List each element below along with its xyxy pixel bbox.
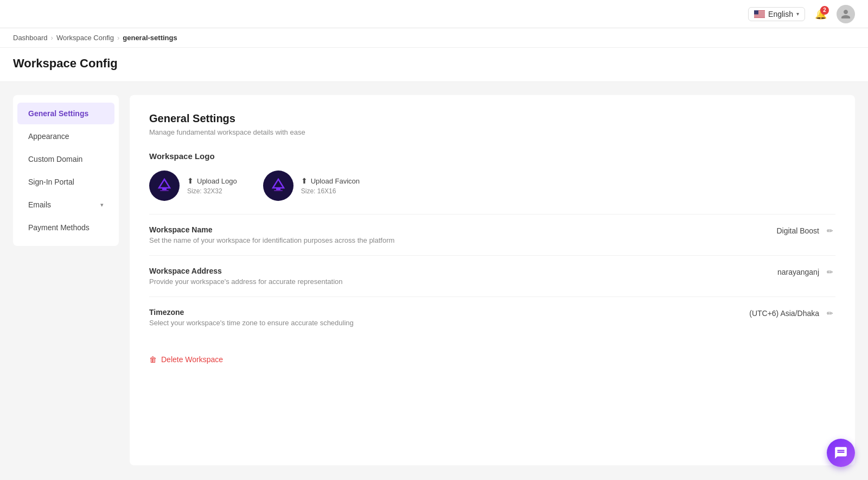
sidebar-item-sign-in-portal[interactable]: Sign-In Portal bbox=[17, 171, 114, 193]
language-selector[interactable]: English ▾ bbox=[748, 7, 805, 21]
setting-info-timezone: Timezone Select your workspace's time zo… bbox=[149, 308, 529, 327]
sidebar-label-appearance: Appearance bbox=[28, 132, 69, 141]
sidebar-label-emails: Emails bbox=[28, 200, 51, 209]
workspace-logo-section: Workspace Logo ⬆ bbox=[149, 151, 835, 201]
upload-favicon-label: Upload Favicon bbox=[311, 177, 360, 185]
svg-rect-11 bbox=[160, 190, 169, 191]
edit-workspace-address-button[interactable]: ✏ bbox=[825, 267, 835, 277]
setting-info-address: Workspace Address Provide your workspace… bbox=[149, 267, 529, 286]
logo-image bbox=[155, 176, 174, 195]
svg-rect-4 bbox=[754, 14, 765, 15]
favicon-upload-info: ⬆ Upload Favicon Size: 16X16 bbox=[301, 176, 360, 195]
svg-rect-15 bbox=[274, 190, 283, 191]
language-label: English bbox=[768, 10, 793, 18]
breadcrumb: Dashboard › Workspace Config › general-s… bbox=[0, 28, 868, 48]
user-avatar[interactable] bbox=[837, 5, 855, 23]
topbar: English ▾ 🔔 2 bbox=[0, 0, 868, 28]
upload-logo-icon: ⬆ bbox=[187, 176, 194, 185]
logo-row: ⬆ Upload Logo Size: 32X32 bbox=[149, 170, 835, 201]
breadcrumb-current: general-settings bbox=[123, 34, 177, 42]
upload-logo-button[interactable]: ⬆ Upload Logo bbox=[187, 176, 237, 185]
content-area: General Settings Manage fundamental work… bbox=[130, 95, 855, 465]
logo-upload-item: ⬆ Upload Logo Size: 32X32 bbox=[149, 170, 237, 201]
chevron-down-emails-icon: ▾ bbox=[100, 201, 104, 209]
sidebar-item-payment-methods[interactable]: Payment Methods bbox=[17, 217, 114, 238]
sidebar-item-emails[interactable]: Emails ▾ bbox=[17, 194, 114, 216]
setting-row-timezone: Timezone Select your workspace's time zo… bbox=[149, 296, 835, 338]
setting-timezone-desc: Select your workspace's time zone to ens… bbox=[149, 319, 529, 327]
flag-icon bbox=[754, 10, 765, 18]
setting-value-area-name: Digital Boost ✏ bbox=[776, 225, 835, 236]
logo-section-title: Workspace Logo bbox=[149, 151, 835, 161]
favicon-image bbox=[269, 176, 288, 195]
logo-upload-info: ⬆ Upload Logo Size: 32X32 bbox=[187, 176, 237, 195]
chat-bubble-button[interactable] bbox=[827, 439, 855, 467]
logo-size-label: Size: 32X32 bbox=[187, 187, 237, 195]
setting-info-name: Workspace Name Set the name of your work… bbox=[149, 225, 529, 244]
content-subtitle: Manage fundamental workspace details wit… bbox=[149, 128, 835, 136]
trash-icon: 🗑 bbox=[149, 355, 157, 364]
setting-value-area-timezone: (UTC+6) Asia/Dhaka ✏ bbox=[749, 308, 835, 319]
page-title-area: Workspace Config bbox=[0, 48, 868, 82]
sidebar: General Settings Appearance Custom Domai… bbox=[13, 95, 119, 246]
chat-icon bbox=[834, 446, 848, 460]
setting-row-workspace-address: Workspace Address Provide your workspace… bbox=[149, 255, 835, 296]
svg-rect-7 bbox=[754, 10, 758, 15]
logo-preview bbox=[149, 170, 180, 201]
workspace-name-value: Digital Boost bbox=[776, 226, 819, 235]
breadcrumb-sep-2: › bbox=[117, 34, 119, 42]
sidebar-item-appearance[interactable]: Appearance bbox=[17, 125, 114, 147]
sidebar-label-payment-methods: Payment Methods bbox=[28, 223, 90, 232]
breadcrumb-workspace-config[interactable]: Workspace Config bbox=[56, 34, 114, 42]
favicon-size-label: Size: 16X16 bbox=[301, 187, 360, 195]
sidebar-item-general-settings[interactable]: General Settings bbox=[17, 103, 114, 124]
delete-workspace-label: Delete Workspace bbox=[161, 355, 223, 364]
setting-name-desc: Set the name of your workspace for ident… bbox=[149, 236, 529, 244]
breadcrumb-sep-1: › bbox=[51, 34, 53, 42]
svg-rect-6 bbox=[754, 16, 765, 17]
timezone-value: (UTC+6) Asia/Dhaka bbox=[749, 309, 819, 318]
sidebar-label-custom-domain: Custom Domain bbox=[28, 155, 82, 163]
favicon-preview bbox=[263, 170, 293, 201]
upload-favicon-button[interactable]: ⬆ Upload Favicon bbox=[301, 176, 360, 185]
sidebar-label-sign-in-portal: Sign-In Portal bbox=[28, 178, 74, 186]
notifications-button[interactable]: 🔔 2 bbox=[812, 5, 830, 23]
content-title: General Settings bbox=[149, 112, 835, 125]
edit-workspace-name-button[interactable]: ✏ bbox=[825, 225, 835, 236]
notification-badge: 2 bbox=[820, 6, 829, 15]
setting-value-area-address: narayanganj ✏ bbox=[777, 267, 835, 277]
setting-timezone-label: Timezone bbox=[149, 308, 529, 317]
sidebar-label-general-settings: General Settings bbox=[28, 109, 88, 118]
setting-name-label: Workspace Name bbox=[149, 225, 529, 234]
setting-address-label: Workspace Address bbox=[149, 267, 529, 275]
favicon-upload-item: ⬆ Upload Favicon Size: 16X16 bbox=[263, 170, 360, 201]
workspace-address-value: narayanganj bbox=[777, 268, 819, 276]
chevron-down-icon: ▾ bbox=[796, 11, 799, 17]
delete-workspace-button[interactable]: 🗑 Delete Workspace bbox=[149, 351, 223, 368]
avatar-icon bbox=[840, 9, 851, 20]
page-title: Workspace Config bbox=[13, 56, 855, 71]
breadcrumb-dashboard[interactable]: Dashboard bbox=[13, 34, 48, 42]
sidebar-item-custom-domain[interactable]: Custom Domain bbox=[17, 148, 114, 170]
svg-rect-5 bbox=[754, 15, 765, 16]
main-layout: General Settings Appearance Custom Domai… bbox=[0, 82, 868, 478]
setting-row-workspace-name: Workspace Name Set the name of your work… bbox=[149, 214, 835, 255]
setting-address-desc: Provide your workspace's address for acc… bbox=[149, 277, 529, 286]
upload-favicon-icon: ⬆ bbox=[301, 176, 308, 185]
upload-logo-label: Upload Logo bbox=[197, 177, 237, 185]
edit-timezone-button[interactable]: ✏ bbox=[825, 308, 835, 319]
